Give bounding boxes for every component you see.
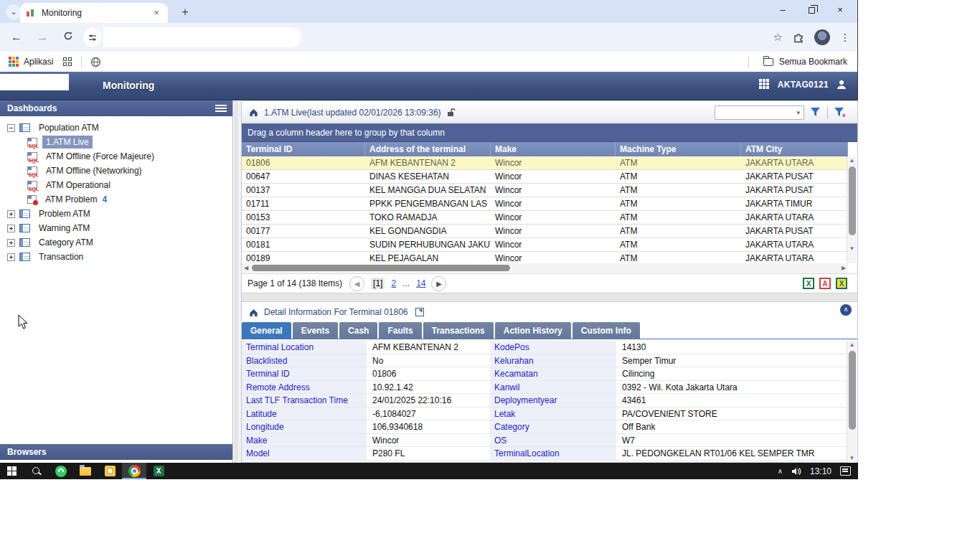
browser-menu-icon[interactable]: ⋮ — [840, 32, 850, 43]
close-button[interactable]: × — [826, 0, 854, 22]
field-label[interactable]: Last TLF Transaction Time — [242, 394, 367, 407]
scroll-down-icon[interactable]: ▼ — [847, 454, 857, 463]
panel-splitter[interactable] — [242, 293, 857, 302]
tab-action-history[interactable]: Action History — [495, 322, 571, 339]
field-label[interactable]: KodePos — [490, 341, 616, 354]
detail-vertical-scrollbar[interactable]: ▲ ▼ — [847, 341, 857, 463]
filter-icon[interactable] — [810, 107, 821, 118]
sidebar-item-atm-offline-force-majeure-[interactable]: ATM Offline (Force Majeure) — [0, 149, 232, 164]
field-label[interactable]: Kecamatan — [490, 367, 616, 380]
tab-cash[interactable]: Cash — [339, 322, 377, 339]
taskbar-file-explorer-button[interactable] — [73, 463, 98, 479]
tab-faults[interactable]: Faults — [379, 322, 421, 339]
forward-button[interactable]: → — [33, 28, 52, 47]
field-label[interactable]: Model — [242, 447, 367, 460]
volume-icon[interactable] — [791, 467, 801, 476]
browser-tab-monitoring[interactable]: Monitoring × — [20, 3, 168, 23]
tab-custom-info[interactable]: Custom Info — [573, 322, 640, 339]
omnibox-tune-icon[interactable] — [83, 28, 102, 47]
minus-toggle-icon[interactable] — [7, 124, 15, 132]
current-page[interactable]: [1] — [371, 278, 385, 289]
plus-toggle-icon[interactable] — [7, 225, 15, 232]
plus-toggle-icon[interactable] — [7, 253, 15, 261]
table-row[interactable]: 00137KEL MANGGA DUA SELATANWincorATMJAKA… — [242, 184, 848, 197]
minimize-button[interactable]: – — [768, 0, 797, 22]
scroll-down-icon[interactable]: ▼ — [847, 245, 857, 253]
bookmark-star-icon[interactable]: ☆ — [773, 31, 783, 44]
sidebar-item-population-atm[interactable]: Population ATM — [0, 121, 232, 135]
restore-button[interactable] — [797, 0, 826, 22]
next-page-button[interactable]: ▶ — [431, 276, 446, 291]
table-row[interactable]: 00647DINAS KESEHATANWincorATMJAKARTA PUS… — [242, 170, 848, 184]
table-vertical-scrollbar[interactable]: ▲ ▼ — [847, 156, 857, 263]
tab-transactions[interactable]: Transactions — [423, 322, 494, 339]
apps-bookmark-label[interactable]: Aplikasi — [24, 57, 53, 67]
plus-toggle-icon[interactable] — [7, 210, 15, 218]
table-row[interactable]: 00177KEL GONDANGDIAWincorATMJAKARTA PUSA… — [242, 225, 848, 238]
back-button[interactable]: ← — [7, 28, 26, 47]
all-bookmarks[interactable]: Semua Bookmark — [740, 56, 847, 67]
tray-chevron-icon[interactable]: ∧ — [778, 467, 783, 475]
table-row[interactable]: 01806AFM KEBANTENAN 2WincorATMJAKARTA UT… — [242, 156, 848, 170]
sidebar-item-transaction[interactable]: Transaction — [0, 250, 232, 264]
apps-grid-icon[interactable] — [9, 57, 19, 67]
new-tab-button[interactable]: + — [178, 5, 192, 19]
group-by-bar[interactable]: Drag a column header here to group by th… — [242, 123, 857, 142]
taskbar-whatsapp-button[interactable] — [49, 463, 73, 479]
scroll-up-icon[interactable]: ▲ — [847, 341, 857, 349]
home-icon[interactable] — [249, 308, 258, 317]
scroll-right-icon[interactable]: ▶ — [839, 263, 848, 273]
open-in-new-icon[interactable] — [415, 308, 424, 316]
field-label[interactable]: OS — [490, 434, 616, 447]
tab-close-icon[interactable]: × — [151, 7, 162, 19]
sidebar-item-problem-atm[interactable]: Problem ATM — [0, 207, 232, 221]
taskbar-start-button[interactable] — [0, 463, 24, 479]
field-label[interactable]: Category — [490, 420, 616, 433]
field-label[interactable]: Deploymentyear — [490, 394, 616, 407]
app-menu-grid-icon[interactable] — [759, 79, 771, 90]
scroll-left-icon[interactable]: ◀ — [242, 263, 250, 273]
field-label[interactable]: Latitude — [242, 408, 367, 420]
field-label[interactable]: Letak — [490, 408, 616, 420]
table-row[interactable]: 00153TOKO RAMADJAWincorATMJAKARTA UTARA — [242, 211, 848, 225]
home-icon[interactable] — [249, 108, 258, 117]
table-hscroll-thumb[interactable] — [252, 265, 510, 271]
notification-center-icon[interactable] — [840, 466, 851, 476]
sidebar-item-category-atm[interactable]: Category ATM — [0, 235, 232, 250]
taskbar-excel-button[interactable] — [146, 463, 171, 479]
sidebar-item-atm-problem[interactable]: ATM Problem4 — [0, 192, 232, 207]
dashboards-panel-header[interactable]: Dashboards — [0, 100, 232, 116]
column-filter-select[interactable]: ▾ — [715, 105, 804, 120]
unlocked-icon[interactable] — [447, 108, 456, 117]
field-label[interactable]: Blacklisted — [242, 354, 367, 367]
export-pdf-icon[interactable]: A — [819, 278, 831, 289]
globe-bookmark-icon[interactable] — [90, 57, 101, 67]
address-bar[interactable] — [103, 27, 301, 47]
export-xlsx-icon[interactable]: X — [836, 278, 847, 289]
field-label[interactable]: Kanwil — [490, 381, 616, 394]
scroll-up-icon[interactable]: ▲ — [847, 156, 857, 165]
sidebar-item-warning-atm[interactable]: Warning ATM — [0, 221, 232, 235]
field-label[interactable]: Make — [242, 434, 367, 447]
field-label[interactable]: Terminal ID — [242, 367, 367, 380]
table-row[interactable]: 00189KEL PEJAGALANWincorATMJAKARTA UTARA — [242, 252, 848, 263]
sidebar-item-atm-offline-networking-[interactable]: ATM Offline (Networking) — [0, 164, 232, 178]
tab-events[interactable]: Events — [293, 322, 338, 339]
sidebar-item-1-atm-live[interactable]: 1.ATM Live — [0, 135, 232, 149]
taskbar-chrome-button[interactable] — [122, 463, 146, 479]
taskbar-notes-button[interactable] — [98, 463, 122, 479]
field-label[interactable]: TerminalLocation — [490, 447, 616, 460]
clear-filter-icon[interactable]: x — [834, 107, 847, 118]
column-header-atm-city[interactable]: ATM City — [741, 142, 848, 156]
tab-general[interactable]: General — [242, 322, 291, 339]
export-excel-icon[interactable]: X — [803, 278, 814, 289]
field-label[interactable]: Terminal Location — [242, 341, 367, 354]
table-row[interactable]: 00181SUDIN PERHUBUNGAN JAKUTWincorATMJAK… — [242, 238, 848, 252]
page-link-14[interactable]: 14 — [416, 278, 425, 288]
sidebar-menu-icon[interactable] — [215, 103, 227, 113]
plus-toggle-icon[interactable] — [7, 239, 15, 247]
browsers-panel-header[interactable]: Browsers — [0, 444, 232, 460]
table-row[interactable]: 01711PPKK PENGEMBANGAN LASWincorATMJAKAR… — [242, 197, 848, 211]
column-header-terminal-id[interactable]: Terminal ID — [242, 142, 365, 156]
detail-vscroll-thumb[interactable] — [849, 351, 856, 430]
